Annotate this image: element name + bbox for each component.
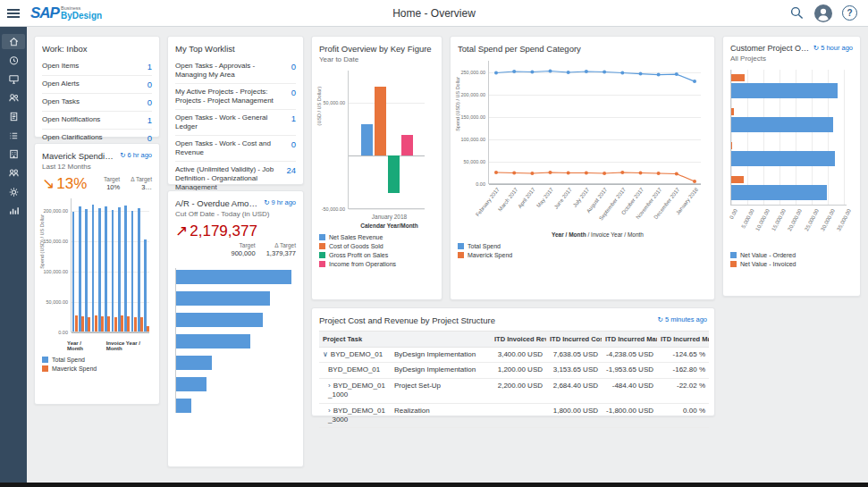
bar[interactable]: [95, 315, 97, 332]
sidebar-item-worklist[interactable]: [2, 128, 25, 143]
inbox-item[interactable]: Open Items 1: [42, 58, 152, 75]
bar[interactable]: [121, 315, 123, 332]
worklist-item[interactable]: Open Tasks - Work - General Ledger 1: [175, 109, 296, 135]
worklist-item[interactable]: My Active Projects - Projects: Projects …: [175, 83, 296, 109]
sidebar-item-history[interactable]: [2, 53, 25, 68]
bar[interactable]: [147, 326, 149, 332]
data-point[interactable]: [530, 71, 534, 74]
bar[interactable]: [81, 316, 84, 332]
data-point[interactable]: [675, 72, 678, 76]
data-point[interactable]: [567, 172, 570, 175]
bar[interactable]: [176, 377, 206, 391]
data-point[interactable]: [620, 71, 624, 75]
bar[interactable]: [101, 316, 104, 332]
bar[interactable]: [92, 205, 95, 332]
bar[interactable]: [176, 399, 191, 413]
refresh-timestamp[interactable]: ↻5 hour ago: [813, 44, 853, 52]
column-header[interactable]: ITD Invoiced Revenue: [491, 332, 546, 348]
bar[interactable]: [131, 211, 134, 332]
help-icon[interactable]: ?: [842, 5, 857, 21]
inbox-item[interactable]: Open Tasks 0: [42, 93, 152, 111]
data-point[interactable]: [675, 172, 678, 176]
bar[interactable]: [176, 270, 291, 284]
data-point[interactable]: [639, 72, 643, 76]
bar-ordered[interactable]: [731, 185, 827, 200]
data-point[interactable]: [603, 71, 606, 74]
bar-ordered[interactable]: [731, 117, 833, 132]
legend-item[interactable]: Total Spend: [42, 357, 152, 363]
bar[interactable]: [176, 334, 250, 348]
worklist-item[interactable]: Open Tasks - Work - Cost and Revenue 0: [175, 135, 296, 161]
bar[interactable]: [176, 356, 212, 370]
bar[interactable]: [140, 317, 143, 332]
inbox-item[interactable]: Open Alerts 0: [42, 75, 152, 93]
refresh-timestamp[interactable]: ↻5 minutes ago: [658, 315, 707, 323]
legend-item[interactable]: Gross Profit on Sales: [319, 252, 434, 258]
legend-item[interactable]: Net Value - Invoiced: [730, 261, 853, 267]
data-point[interactable]: [512, 172, 516, 175]
column-header[interactable]: ITD Incurred Margin: [602, 332, 657, 348]
bar[interactable]: [112, 210, 114, 332]
sidebar-item-documents[interactable]: [2, 109, 25, 124]
data-point[interactable]: [494, 171, 498, 174]
legend-item[interactable]: Maverick Spend: [458, 252, 707, 258]
bar-invoiced[interactable]: [731, 176, 744, 183]
sidebar-item-news[interactable]: [2, 71, 25, 87]
user-avatar[interactable]: [814, 4, 832, 22]
legend-item[interactable]: Cost of Goods Sold: [319, 243, 434, 249]
refresh-timestamp[interactable]: ↻6 hr ago: [120, 151, 152, 159]
bar[interactable]: [361, 124, 373, 156]
bar[interactable]: [127, 316, 130, 332]
column-header[interactable]: ITD Incurred Cost: [546, 332, 602, 348]
bar-ordered[interactable]: [731, 151, 835, 166]
legend-item[interactable]: Net Value - Ordered: [730, 252, 853, 258]
bar[interactable]: [79, 206, 81, 332]
bar[interactable]: [114, 317, 117, 332]
bar[interactable]: [75, 315, 78, 332]
bar[interactable]: [88, 317, 90, 332]
sidebar-item-analytics[interactable]: [2, 203, 25, 218]
legend-item[interactable]: Maverick Spend: [42, 365, 152, 372]
column-header[interactable]: Project Task: [319, 332, 391, 348]
sidebar-item-company[interactable]: [2, 147, 25, 162]
bar-invoiced[interactable]: [731, 108, 734, 115]
data-point[interactable]: [620, 171, 624, 174]
legend-item[interactable]: Net Sales Revenue: [319, 234, 434, 240]
menu-button[interactable]: [0, 0, 27, 27]
search-icon[interactable]: [789, 5, 805, 21]
bar[interactable]: [98, 208, 101, 332]
data-point[interactable]: [639, 172, 643, 175]
bar-invoiced[interactable]: [731, 74, 745, 81]
legend-item[interactable]: Total Spend: [458, 243, 707, 249]
bar[interactable]: [144, 239, 147, 332]
bar[interactable]: [72, 212, 75, 332]
data-point[interactable]: [494, 71, 498, 75]
bar[interactable]: [388, 155, 400, 193]
expand-icon[interactable]: ›: [328, 382, 331, 390]
data-point[interactable]: [657, 172, 661, 175]
data-point[interactable]: [603, 172, 606, 175]
expand-icon[interactable]: ∨: [323, 350, 328, 358]
table-row[interactable]: ∨BYD_DEMO_01ByDesign Implementation3,400…: [319, 348, 709, 363]
bar[interactable]: [105, 206, 107, 332]
bar[interactable]: [375, 87, 386, 156]
bar[interactable]: [138, 208, 140, 332]
data-point[interactable]: [585, 70, 588, 73]
bar[interactable]: [124, 206, 127, 332]
data-point[interactable]: [512, 70, 516, 73]
data-point[interactable]: [585, 172, 588, 175]
bar-ordered[interactable]: [731, 83, 838, 98]
table-row[interactable]: BYD_DEMO_01ByDesign Implementation1,200.…: [319, 363, 709, 378]
data-point[interactable]: [693, 180, 696, 183]
bar[interactable]: [85, 209, 88, 332]
column-header[interactable]: [391, 332, 491, 348]
table-row[interactable]: ›BYD_DEMO_01_3000Realization1,800.00 USD…: [319, 403, 709, 428]
data-point[interactable]: [657, 73, 661, 77]
bar[interactable]: [176, 291, 270, 306]
column-header[interactable]: ITD Incurred Margin %: [657, 332, 709, 348]
bar[interactable]: [107, 316, 110, 332]
data-point[interactable]: [693, 80, 696, 83]
bar[interactable]: [118, 207, 121, 332]
expand-icon[interactable]: ›: [328, 407, 331, 415]
bar-invoiced[interactable]: [731, 142, 732, 149]
